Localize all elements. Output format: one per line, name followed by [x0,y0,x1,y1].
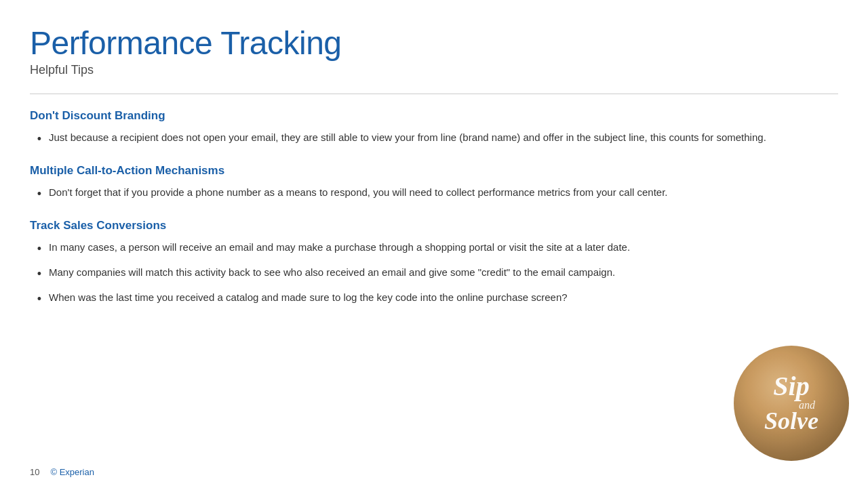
section-heading-branding: Don't Discount Branding [30,109,838,123]
bullet-text: Just because a recipient does not open y… [49,129,838,145]
bullet-text: Many companies will match this activity … [49,264,838,280]
list-item: • Just because a recipient does not open… [30,129,838,149]
svg-point-1 [734,346,849,461]
badge-svg: Sip and Solve [726,336,858,468]
bullet-list-branding: • Just because a recipient does not open… [30,129,838,149]
footer: 10 © Experian [30,467,94,477]
section-dont-discount-branding: Don't Discount Branding • Just because a… [30,109,838,149]
main-title: Performance Tracking [30,24,838,62]
bullet-text: In many cases, a person will receive an … [49,239,838,255]
sip-and-solve-badge: Sip and Solve [726,336,858,468]
section-track-sales: Track Sales Conversions • In many cases,… [30,219,838,309]
bullet-dot: • [30,184,49,204]
header-section: Performance Tracking Helpful Tips [30,24,838,77]
badge-solve-text: Solve [764,407,818,434]
bullet-dot: • [30,289,49,309]
subtitle: Helpful Tips [30,63,838,77]
slide-container: Performance Tracking Helpful Tips Don't … [0,0,868,488]
list-item: • When was the last time you received a … [30,289,838,309]
list-item: • Don't forget that if you provide a pho… [30,184,838,204]
footer-page-number: 10 [30,467,39,477]
bullet-text: Don't forget that if you provide a phone… [49,184,838,200]
section-multiple-cta: Multiple Call-to-Action Mechanisms • Don… [30,164,838,204]
bullet-dot: • [30,239,49,259]
bullet-list-cta: • Don't forget that if you provide a pho… [30,184,838,204]
badge-sip-text: Sip [773,371,809,401]
list-item: • Many companies will match this activit… [30,264,838,284]
header-divider [30,94,838,94]
section-heading-cta: Multiple Call-to-Action Mechanisms [30,164,838,178]
bullet-list-sales: • In many cases, a person will receive a… [30,239,838,309]
bullet-text: When was the last time you received a ca… [49,289,838,305]
footer-company: © Experian [50,467,94,477]
list-item: • In many cases, a person will receive a… [30,239,838,259]
bullet-dot: • [30,264,49,284]
section-heading-sales: Track Sales Conversions [30,219,838,232]
bullet-dot: • [30,129,49,149]
